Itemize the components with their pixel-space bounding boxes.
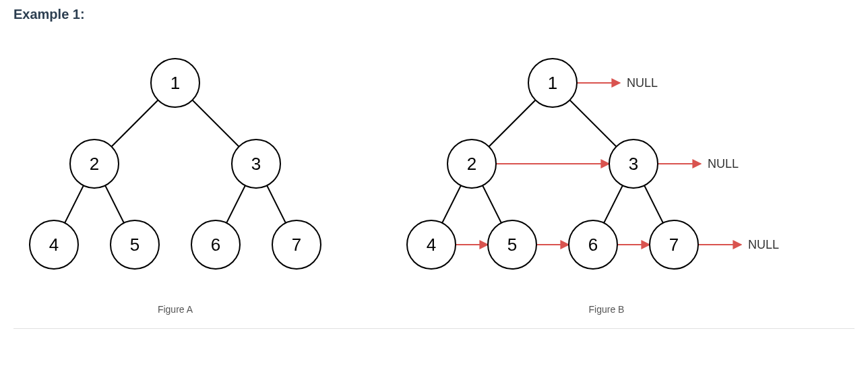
node-b1-label: 1	[548, 73, 557, 93]
null-label-3: NULL	[748, 238, 779, 251]
node-a7-label: 7	[292, 235, 301, 255]
node-a5: 5	[111, 220, 159, 269]
node-a5-label: 5	[130, 235, 140, 255]
node-b4: 4	[407, 220, 456, 269]
null-label-2: NULL	[708, 157, 739, 171]
null-label-1: NULL	[627, 76, 658, 90]
node-b3-label: 3	[629, 154, 638, 174]
example-title: Example 1:	[13, 7, 855, 22]
node-a2-label: 2	[90, 154, 99, 174]
node-a3: 3	[232, 140, 280, 188]
figures-row: 1 2 3 4 5 6 7 Figure A	[13, 29, 855, 315]
node-a3-label: 3	[251, 154, 261, 174]
node-b1: 1	[528, 59, 577, 107]
divider	[13, 328, 855, 329]
node-b6-label: 6	[588, 235, 598, 255]
node-a6: 6	[191, 220, 240, 269]
node-b7: 7	[650, 220, 698, 269]
node-b5-label: 5	[507, 235, 517, 255]
node-a4-label: 4	[49, 235, 59, 255]
figure-b-caption: Figure B	[377, 304, 836, 315]
node-a6-label: 6	[211, 235, 220, 255]
node-b2: 2	[447, 140, 496, 188]
node-a1: 1	[151, 59, 199, 107]
node-b7-label: 7	[669, 235, 679, 255]
figure-b-svg: NULL NULL NULL 1 2 3 4 5 6 7	[377, 29, 836, 299]
node-b6: 6	[569, 220, 617, 269]
node-b4-label: 4	[427, 235, 436, 255]
node-b5: 5	[488, 220, 536, 269]
figure-a: 1 2 3 4 5 6 7 Figure A	[13, 29, 337, 315]
figure-a-svg: 1 2 3 4 5 6 7	[13, 29, 337, 299]
node-a2: 2	[70, 140, 119, 188]
node-b2-label: 2	[467, 154, 476, 174]
figure-a-caption: Figure A	[13, 304, 337, 315]
node-a1-label: 1	[170, 73, 180, 93]
node-b3: 3	[609, 140, 658, 188]
node-a4: 4	[30, 220, 78, 269]
node-a7: 7	[272, 220, 321, 269]
figure-b: NULL NULL NULL 1 2 3 4 5 6 7 Figure B	[377, 29, 836, 315]
